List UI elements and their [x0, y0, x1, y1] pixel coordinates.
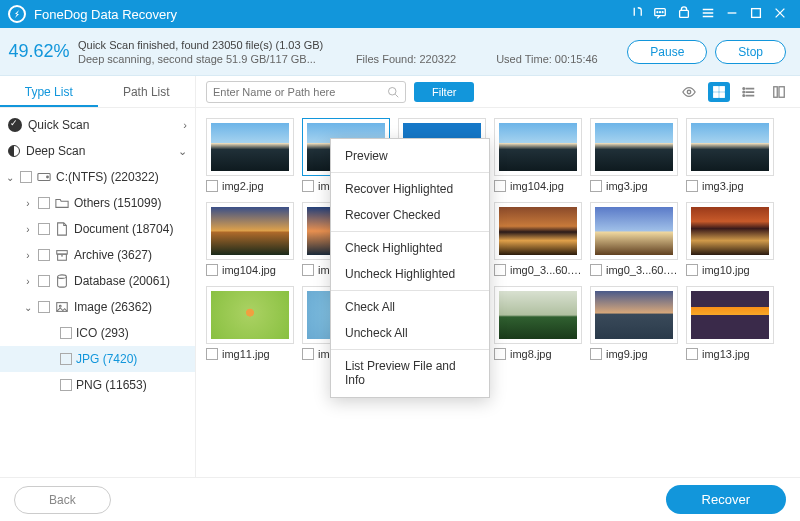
search-box[interactable] [206, 81, 406, 103]
detail-view-icon[interactable] [768, 82, 790, 102]
recover-button[interactable]: Recover [666, 485, 786, 514]
filter-button[interactable]: Filter [414, 82, 474, 102]
image-label: Image (26362) [74, 300, 152, 314]
node-drive-c[interactable]: ⌄ C:(NTFS) (220322) [0, 164, 195, 190]
thumbnail-item[interactable]: img104.jpg [206, 202, 294, 276]
feedback-icon[interactable] [624, 6, 648, 23]
checkbox[interactable] [60, 327, 72, 339]
node-database[interactable]: › Database (20061) [0, 268, 195, 294]
thumbnail[interactable] [590, 118, 678, 176]
chevron-right-icon[interactable]: › [22, 276, 34, 287]
ctx-uncheck-all[interactable]: Uncheck All [331, 320, 489, 346]
checkbox[interactable] [206, 348, 218, 360]
thumbnail-grid-wrap[interactable]: img2.jpgimg1.jpgimg2.jpgimg104.jpgimg3.j… [196, 108, 800, 477]
node-quick-scan[interactable]: Quick Scan › [0, 112, 195, 138]
thumbnail-item[interactable]: img0_3...60.jpg [590, 202, 678, 276]
cart-icon[interactable] [672, 6, 696, 23]
node-others[interactable]: › Others (151099) [0, 190, 195, 216]
jpg-label: JPG (7420) [76, 352, 137, 366]
node-archive[interactable]: › Archive (3627) [0, 242, 195, 268]
list-view-icon[interactable] [738, 82, 760, 102]
thumbnail-item[interactable]: img3.jpg [590, 118, 678, 192]
checkbox[interactable] [302, 348, 314, 360]
preview-toggle-icon[interactable] [678, 82, 700, 102]
chevron-right-icon[interactable]: › [22, 250, 34, 261]
checkbox[interactable] [206, 180, 218, 192]
checkbox[interactable] [60, 353, 72, 365]
ctx-uncheck-highlighted[interactable]: Uncheck Highlighted [331, 261, 489, 287]
thumbnail[interactable] [494, 118, 582, 176]
checkbox[interactable] [494, 180, 506, 192]
thumbnail-item[interactable]: img3.jpg [686, 118, 774, 192]
minimize-icon[interactable] [720, 6, 744, 23]
message-icon[interactable] [648, 6, 672, 23]
checkbox[interactable] [590, 264, 602, 276]
checkbox[interactable] [686, 348, 698, 360]
ctx-check-all[interactable]: Check All [331, 294, 489, 320]
ctx-recover-checked[interactable]: Recover Checked [331, 202, 489, 228]
checkbox[interactable] [590, 180, 602, 192]
node-png[interactable]: PNG (11653) [0, 372, 195, 398]
back-button[interactable]: Back [14, 486, 111, 514]
checkbox[interactable] [38, 197, 50, 209]
stop-button[interactable]: Stop [715, 40, 786, 64]
node-deep-scan[interactable]: Deep Scan ⌄ [0, 138, 195, 164]
chevron-right-icon[interactable]: › [22, 198, 34, 209]
checkbox[interactable] [38, 301, 50, 313]
tab-path-list[interactable]: Path List [98, 76, 196, 107]
thumbnail-item[interactable]: img8.jpg [494, 286, 582, 360]
node-ico[interactable]: ICO (293) [0, 320, 195, 346]
checkbox[interactable] [20, 171, 32, 183]
thumbnail[interactable] [494, 202, 582, 260]
ctx-list-preview-info[interactable]: List Preview File and Info [331, 353, 489, 393]
thumbnail[interactable] [206, 286, 294, 344]
thumbnail[interactable] [686, 118, 774, 176]
ctx-recover-highlighted[interactable]: Recover Highlighted [331, 176, 489, 202]
thumbnail[interactable] [590, 286, 678, 344]
search-input[interactable] [213, 86, 387, 98]
search-icon [387, 86, 399, 98]
checkbox[interactable] [590, 348, 602, 360]
used-time: Used Time: 00:15:46 [496, 53, 598, 65]
grid-view-icon[interactable] [708, 82, 730, 102]
thumbnail-item[interactable]: img9.jpg [590, 286, 678, 360]
checkbox[interactable] [38, 275, 50, 287]
maximize-icon[interactable] [744, 6, 768, 23]
ctx-check-highlighted[interactable]: Check Highlighted [331, 235, 489, 261]
checkbox[interactable] [38, 223, 50, 235]
checkbox[interactable] [494, 348, 506, 360]
thumbnail[interactable] [686, 286, 774, 344]
chevron-right-icon[interactable]: › [22, 224, 34, 235]
checkbox[interactable] [686, 264, 698, 276]
chevron-down-icon[interactable]: ⌄ [4, 172, 16, 183]
tree[interactable]: Quick Scan › Deep Scan ⌄ ⌄ C:(NTFS) (220… [0, 108, 195, 477]
thumbnail[interactable] [206, 118, 294, 176]
node-jpg[interactable]: JPG (7420) [0, 346, 195, 372]
svg-point-20 [743, 91, 745, 93]
close-icon[interactable] [768, 6, 792, 23]
checkbox[interactable] [38, 249, 50, 261]
thumbnail[interactable] [494, 286, 582, 344]
thumbnail-item[interactable]: img2.jpg [206, 118, 294, 192]
thumbnail-item[interactable]: img11.jpg [206, 286, 294, 360]
checkbox[interactable] [302, 180, 314, 192]
thumbnail-item[interactable]: img0_3...60.jpg [494, 202, 582, 276]
node-document[interactable]: › Document (18704) [0, 216, 195, 242]
thumbnail[interactable] [206, 202, 294, 260]
thumbnail[interactable] [590, 202, 678, 260]
pause-button[interactable]: Pause [627, 40, 707, 64]
menu-icon[interactable] [696, 6, 720, 23]
checkbox[interactable] [686, 180, 698, 192]
tab-type-list[interactable]: Type List [0, 76, 98, 107]
checkbox[interactable] [302, 264, 314, 276]
checkbox[interactable] [494, 264, 506, 276]
checkbox[interactable] [206, 264, 218, 276]
checkbox[interactable] [60, 379, 72, 391]
ctx-preview[interactable]: Preview [331, 143, 489, 169]
thumbnail[interactable] [686, 202, 774, 260]
thumbnail-item[interactable]: img13.jpg [686, 286, 774, 360]
chevron-down-icon[interactable]: ⌄ [22, 302, 34, 313]
thumbnail-item[interactable]: img10.jpg [686, 202, 774, 276]
thumbnail-item[interactable]: img104.jpg [494, 118, 582, 192]
node-image[interactable]: ⌄ Image (26362) [0, 294, 195, 320]
